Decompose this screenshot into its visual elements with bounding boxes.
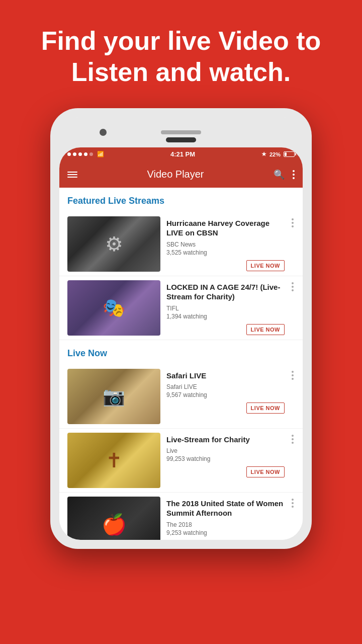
status-right: ★ 22% — [261, 151, 295, 157]
stream-info-5: The 2018 United State of Women Summit Af… — [166, 497, 285, 540]
stream-watching-3: 9,567 watching — [166, 391, 285, 398]
stream-item[interactable]: Safari LIVE Safari LIVE 9,567 watching L… — [59, 365, 303, 429]
stream-thumbnail-3 — [67, 369, 160, 424]
live-now-section-header: Live Now — [59, 340, 303, 365]
hamburger-line-1 — [67, 172, 77, 173]
stream-more-button-4[interactable] — [291, 433, 295, 446]
stream-channel-2: TIFL — [166, 305, 285, 312]
signal-dot-3 — [78, 152, 82, 156]
stream-more-button-5[interactable] — [291, 497, 295, 510]
phone-mockup: 📶 4:21 PM ★ 22% — [50, 108, 312, 644]
signal-dot-5 — [89, 152, 93, 156]
stream-more-button-2[interactable] — [291, 280, 295, 293]
battery-icon — [284, 151, 295, 157]
featured-section-header: Featured Live Streams — [59, 188, 303, 212]
live-now-button-3[interactable]: LIVE NOW — [246, 403, 285, 414]
stream-item[interactable]: LOCKED IN A CAGE 24/7! (Live-Stream for … — [59, 276, 303, 340]
stream-item[interactable]: Hurricaane Harvey Coverage LIVE on CBSN … — [59, 212, 303, 276]
app-title: Video Player — [147, 169, 204, 180]
stream-channel-3: Safari LIVE — [166, 383, 285, 390]
stream-title-1: Hurricaane Harvey Coverage LIVE on CBSN — [166, 218, 285, 238]
phone-outer: 📶 4:21 PM ★ 22% — [50, 108, 312, 549]
phone-top-bar — [59, 117, 303, 147]
stream-item[interactable]: The 2018 United State of Women Summit Af… — [59, 493, 303, 540]
header-actions: 🔍 — [274, 169, 295, 180]
hamburger-line-2 — [67, 174, 77, 175]
app-header: Video Player 🔍 — [59, 162, 303, 188]
live-now-button-1[interactable]: LIVE NOW — [246, 260, 285, 271]
stream-more-button-1[interactable] — [291, 216, 295, 229]
status-time: 4:21 PM — [170, 150, 195, 158]
stream-meta-4: LIVE NOW — [166, 466, 285, 477]
stream-watching-2: 1,394 watching — [166, 313, 285, 320]
status-bar: 📶 4:21 PM ★ 22% — [59, 147, 303, 162]
stream-thumbnail-1 — [67, 216, 160, 272]
stream-channel-5: The 2018 — [166, 521, 285, 528]
stream-info-2: LOCKED IN A CAGE 24/7! (Live-Stream for … — [166, 280, 285, 335]
stream-watching-4: 99,253 watching — [166, 455, 285, 462]
more-dot-2 — [293, 174, 295, 176]
phone-screen: 📶 4:21 PM ★ 22% — [59, 147, 303, 540]
signal-area: 📶 — [67, 151, 104, 157]
signal-dot-1 — [67, 152, 71, 156]
stream-channel-1: SBC News — [166, 241, 285, 248]
battery-percent: 22% — [269, 151, 281, 157]
stream-meta-2: LIVE NOW — [166, 324, 285, 335]
stream-info-1: Hurricaane Harvey Coverage LIVE on CBSN … — [166, 216, 285, 271]
hamburger-menu-button[interactable] — [67, 172, 77, 178]
stream-channel-4: Live — [166, 447, 285, 454]
stream-more-button-3[interactable] — [291, 369, 295, 382]
stream-title-5: The 2018 United State of Women Summit Af… — [166, 499, 285, 518]
phone-speaker — [161, 130, 201, 134]
stream-watching-5: 9,253 watching — [166, 529, 285, 536]
stream-meta-3: LIVE NOW — [166, 403, 285, 414]
live-now-button-4[interactable]: LIVE NOW — [246, 466, 285, 477]
search-icon[interactable]: 🔍 — [274, 169, 285, 180]
stream-watching-1: 3,525 watching — [166, 249, 285, 256]
bluetooth-icon: ★ — [261, 151, 266, 157]
more-dot-3 — [293, 177, 295, 179]
phone-camera — [100, 129, 107, 136]
live-now-button-2[interactable]: LIVE NOW — [246, 324, 285, 335]
hero-title: Find your live Video to Listen and watch… — [0, 0, 362, 108]
signal-dot-2 — [73, 152, 76, 156]
stream-thumbnail-2 — [67, 280, 160, 336]
stream-thumbnail-4 — [67, 433, 160, 488]
phone-earpiece — [166, 137, 196, 142]
stream-title-2: LOCKED IN A CAGE 24/7! (Live-Stream for … — [166, 282, 285, 302]
signal-dot-4 — [84, 152, 87, 156]
more-dot-1 — [293, 170, 295, 172]
more-options-button[interactable] — [293, 170, 295, 179]
stream-info-4: Live-Stream for Charity Live 99,253 watc… — [166, 433, 285, 478]
stream-thumbnail-5 — [67, 497, 160, 540]
stream-item[interactable]: Live-Stream for Charity Live 99,253 watc… — [59, 429, 303, 493]
stream-info-3: Safari LIVE Safari LIVE 9,567 watching L… — [166, 369, 285, 414]
stream-title-4: Live-Stream for Charity — [166, 435, 285, 445]
app-content: Featured Live Streams Hurricaane Harvey … — [59, 188, 303, 540]
wifi-icon: 📶 — [97, 151, 104, 157]
stream-title-3: Safari LIVE — [166, 371, 285, 381]
stream-meta-1: LIVE NOW — [166, 260, 285, 271]
hamburger-line-3 — [67, 177, 77, 178]
